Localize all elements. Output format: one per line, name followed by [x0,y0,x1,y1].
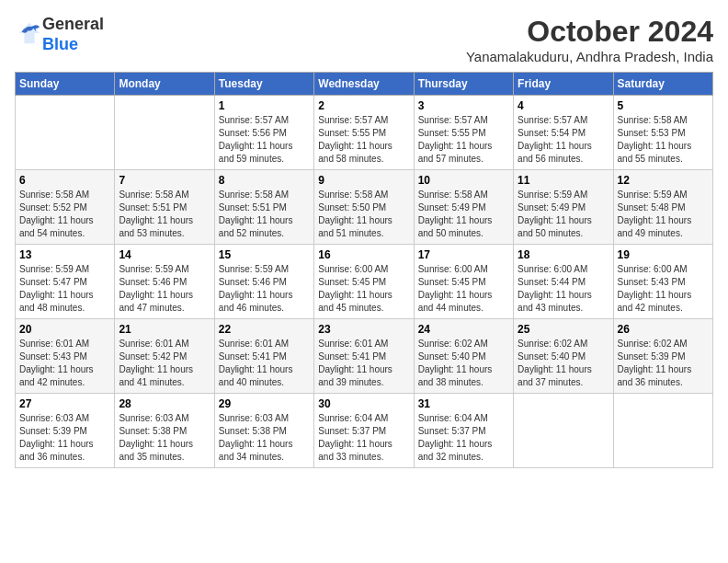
day-number: 28 [119,397,210,410]
day-number: 11 [518,174,609,187]
header-row: Sunday Monday Tuesday Wednesday Thursday… [16,73,713,96]
day-info: Sunrise: 5:58 AM Sunset: 5:52 PM Dayligh… [19,189,110,240]
logo: General Blue [15,15,104,54]
day-number: 14 [119,248,210,261]
calendar-cell: 18Sunrise: 6:00 AM Sunset: 5:44 PM Dayli… [514,245,613,319]
calendar-cell: 17Sunrise: 6:00 AM Sunset: 5:45 PM Dayli… [414,245,513,319]
day-number: 5 [618,99,709,112]
day-number: 26 [618,323,709,336]
day-number: 3 [418,99,509,112]
day-number: 29 [219,397,310,410]
day-info: Sunrise: 5:57 AM Sunset: 5:56 PM Dayligh… [219,114,310,166]
calendar-cell: 19Sunrise: 6:00 AM Sunset: 5:43 PM Dayli… [613,245,712,319]
calendar-cell: 2Sunrise: 5:57 AM Sunset: 5:55 PM Daylig… [314,96,414,170]
calendar-cell: 20Sunrise: 6:01 AM Sunset: 5:43 PM Dayli… [16,319,115,394]
calendar-cell: 28Sunrise: 6:03 AM Sunset: 5:38 PM Dayli… [115,394,214,468]
day-info: Sunrise: 5:58 AM Sunset: 5:51 PM Dayligh… [119,189,210,240]
calendar-cell: 15Sunrise: 5:59 AM Sunset: 5:46 PM Dayli… [214,245,313,319]
day-number: 22 [219,323,310,336]
calendar-cell: 29Sunrise: 6:03 AM Sunset: 5:38 PM Dayli… [214,394,313,468]
calendar-cell: 9Sunrise: 5:58 AM Sunset: 5:50 PM Daylig… [314,170,414,245]
day-number: 1 [219,99,310,112]
day-number: 21 [119,323,210,336]
day-number: 31 [418,397,509,410]
day-info: Sunrise: 5:59 AM Sunset: 5:48 PM Dayligh… [618,189,709,240]
calendar-cell: 3Sunrise: 5:57 AM Sunset: 5:55 PM Daylig… [414,96,513,170]
calendar-cell: 26Sunrise: 6:02 AM Sunset: 5:39 PM Dayli… [613,319,712,394]
day-info: Sunrise: 6:00 AM Sunset: 5:43 PM Dayligh… [618,263,709,315]
calendar-cell: 12Sunrise: 5:59 AM Sunset: 5:48 PM Dayli… [613,170,712,245]
day-number: 24 [418,323,509,336]
day-info: Sunrise: 6:00 AM Sunset: 5:45 PM Dayligh… [318,263,409,315]
calendar-week-5: 27Sunrise: 6:03 AM Sunset: 5:39 PM Dayli… [16,394,713,468]
header-sunday: Sunday [16,73,115,96]
calendar-cell: 5Sunrise: 5:58 AM Sunset: 5:53 PM Daylig… [613,96,712,170]
calendar-cell: 1Sunrise: 5:57 AM Sunset: 5:56 PM Daylig… [214,96,313,170]
header-thursday: Thursday [414,73,513,96]
day-number: 13 [19,248,110,261]
day-number: 17 [418,248,509,261]
calendar-cell: 10Sunrise: 5:58 AM Sunset: 5:49 PM Dayli… [414,170,513,245]
day-info: Sunrise: 6:02 AM Sunset: 5:40 PM Dayligh… [518,338,609,389]
header-tuesday: Tuesday [214,73,313,96]
day-info: Sunrise: 6:04 AM Sunset: 5:37 PM Dayligh… [418,412,509,464]
day-info: Sunrise: 6:01 AM Sunset: 5:43 PM Dayligh… [19,338,110,389]
day-number: 9 [318,174,409,187]
header-monday: Monday [115,73,214,96]
day-info: Sunrise: 6:03 AM Sunset: 5:38 PM Dayligh… [219,412,310,464]
calendar-cell: 30Sunrise: 6:04 AM Sunset: 5:37 PM Dayli… [314,394,414,468]
day-info: Sunrise: 6:02 AM Sunset: 5:40 PM Dayligh… [418,338,509,389]
calendar-cell: 11Sunrise: 5:59 AM Sunset: 5:49 PM Dayli… [514,170,613,245]
calendar-cell [115,96,214,170]
calendar-cell [514,394,613,468]
logo-icon [17,20,42,46]
day-number: 10 [418,174,509,187]
calendar-cell: 22Sunrise: 6:01 AM Sunset: 5:41 PM Dayli… [214,319,313,394]
calendar-cell: 4Sunrise: 5:57 AM Sunset: 5:54 PM Daylig… [514,96,613,170]
header-saturday: Saturday [613,73,712,96]
header-friday: Friday [514,73,613,96]
day-info: Sunrise: 5:59 AM Sunset: 5:49 PM Dayligh… [518,189,609,240]
day-info: Sunrise: 5:58 AM Sunset: 5:53 PM Dayligh… [618,114,709,166]
calendar-subtitle: Yanamalakuduru, Andhra Pradesh, India [466,49,713,64]
calendar-cell: 6Sunrise: 5:58 AM Sunset: 5:52 PM Daylig… [16,170,115,245]
calendar-cell: 21Sunrise: 6:01 AM Sunset: 5:42 PM Dayli… [115,319,214,394]
calendar-week-3: 13Sunrise: 5:59 AM Sunset: 5:47 PM Dayli… [16,245,713,319]
day-info: Sunrise: 6:01 AM Sunset: 5:42 PM Dayligh… [119,338,210,389]
day-number: 7 [119,174,210,187]
day-info: Sunrise: 5:58 AM Sunset: 5:49 PM Dayligh… [418,189,509,240]
calendar-cell: 7Sunrise: 5:58 AM Sunset: 5:51 PM Daylig… [115,170,214,245]
day-number: 25 [518,323,609,336]
day-info: Sunrise: 5:57 AM Sunset: 5:55 PM Dayligh… [318,114,409,166]
day-info: Sunrise: 5:59 AM Sunset: 5:46 PM Dayligh… [219,263,310,315]
calendar-cell: 25Sunrise: 6:02 AM Sunset: 5:40 PM Dayli… [514,319,613,394]
logo-text: General Blue [42,15,104,54]
day-number: 2 [318,99,409,112]
calendar-week-4: 20Sunrise: 6:01 AM Sunset: 5:43 PM Dayli… [16,319,713,394]
day-info: Sunrise: 6:00 AM Sunset: 5:44 PM Dayligh… [518,263,609,315]
day-number: 27 [19,397,110,410]
day-info: Sunrise: 5:57 AM Sunset: 5:55 PM Dayligh… [418,114,509,166]
calendar-week-1: 1Sunrise: 5:57 AM Sunset: 5:56 PM Daylig… [16,96,713,170]
day-info: Sunrise: 6:01 AM Sunset: 5:41 PM Dayligh… [219,338,310,389]
day-number: 23 [318,323,409,336]
calendar-week-2: 6Sunrise: 5:58 AM Sunset: 5:52 PM Daylig… [16,170,713,245]
day-info: Sunrise: 6:03 AM Sunset: 5:39 PM Dayligh… [19,412,110,464]
header-wednesday: Wednesday [314,73,414,96]
day-number: 15 [219,248,310,261]
day-number: 19 [618,248,709,261]
day-info: Sunrise: 5:59 AM Sunset: 5:47 PM Dayligh… [19,263,110,315]
day-number: 4 [518,99,609,112]
calendar-cell: 27Sunrise: 6:03 AM Sunset: 5:39 PM Dayli… [16,394,115,468]
day-info: Sunrise: 5:57 AM Sunset: 5:54 PM Dayligh… [518,114,609,166]
calendar-cell: 8Sunrise: 5:58 AM Sunset: 5:51 PM Daylig… [214,170,313,245]
day-number: 30 [318,397,409,410]
calendar-title: October 2024 [466,15,713,49]
day-number: 18 [518,248,609,261]
day-number: 6 [19,174,110,187]
calendar-table: Sunday Monday Tuesday Wednesday Thursday… [15,72,713,468]
page-header: General Blue October 2024 Yanamalakuduru… [15,15,713,64]
calendar-cell [16,96,115,170]
day-info: Sunrise: 5:59 AM Sunset: 5:46 PM Dayligh… [119,263,210,315]
day-number: 8 [219,174,310,187]
